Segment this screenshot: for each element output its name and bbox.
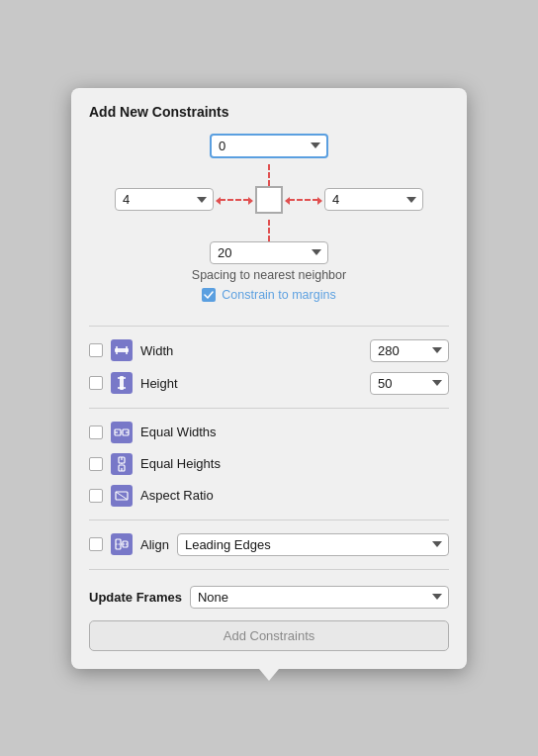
bottom-spacing-select[interactable]: 2004816 xyxy=(210,241,328,264)
aspect-ratio-icon xyxy=(111,485,133,507)
equal-widths-icon xyxy=(111,422,133,443)
right-spacing-select[interactable]: 4081620 xyxy=(324,188,423,211)
aspect-ratio-row: Aspect Ratio xyxy=(89,480,449,512)
align-checkbox[interactable] xyxy=(89,537,103,551)
divider-3 xyxy=(89,520,449,520)
constrain-margins-label: Constrain to margins xyxy=(222,288,335,302)
spacing-label: Spacing to nearest neighbor xyxy=(192,268,346,282)
height-label: Height xyxy=(140,376,362,391)
top-spacing-select[interactable]: 0481620 xyxy=(210,134,328,158)
height-icon xyxy=(111,372,133,394)
update-frames-label: Update Frames xyxy=(89,590,182,605)
aspect-ratio-label: Aspect Ratio xyxy=(140,488,449,503)
add-constraints-button[interactable]: Add Constraints xyxy=(89,620,449,651)
middle-row: 4081620 4081620 xyxy=(115,186,423,214)
panel-title: Add New Constraints xyxy=(89,104,449,120)
dash-line-right xyxy=(289,199,318,201)
equal-widths-row: Equal Widths xyxy=(89,417,449,448)
align-row: Align Leading Edges Trailing Edges Top E… xyxy=(89,528,449,561)
height-value-select[interactable]: 50406080 xyxy=(370,372,449,395)
width-value-select[interactable]: 280200320 xyxy=(370,339,449,362)
divider-1 xyxy=(89,326,449,327)
left-spacing-select[interactable]: 4081620 xyxy=(115,188,214,211)
equal-heights-icon xyxy=(111,453,133,475)
aspect-ratio-checkbox[interactable] xyxy=(89,489,103,503)
divider-2 xyxy=(89,408,449,409)
height-row: Height 50406080 xyxy=(89,367,449,400)
equal-heights-checkbox[interactable] xyxy=(89,457,103,471)
svg-line-17 xyxy=(116,492,128,500)
dash-line-left xyxy=(220,199,249,201)
equal-heights-label: Equal Heights xyxy=(140,456,449,471)
equal-widths-checkbox[interactable] xyxy=(89,425,103,439)
top-input-row: 0481620 xyxy=(210,134,328,158)
align-label: Align xyxy=(140,537,169,552)
update-frames-select[interactable]: None Items of New Constraints All Frames… xyxy=(190,586,449,609)
equal-widths-label: Equal Widths xyxy=(140,425,449,439)
bottom-input-row: 2004816 xyxy=(210,241,328,264)
width-row: Width 280200320 xyxy=(89,334,449,367)
equal-heights-row: Equal Heights xyxy=(89,448,449,480)
constrain-margins-row: Constrain to margins xyxy=(202,288,335,302)
constrain-margins-checkbox[interactable] xyxy=(202,288,216,302)
divider-4 xyxy=(89,569,449,570)
dash-line-bottom xyxy=(268,220,270,241)
align-icon xyxy=(111,533,133,555)
dash-line-top xyxy=(268,164,270,186)
constraint-diagram: 0481620 4081620 4081620 2004816 Spaci xyxy=(89,134,449,316)
add-constraints-panel: Add New Constraints 0481620 4081620 4081… xyxy=(71,88,467,669)
width-label: Width xyxy=(140,343,362,358)
update-frames-row: Update Frames None Items of New Constrai… xyxy=(89,578,449,614)
center-box xyxy=(255,186,283,214)
align-select[interactable]: Leading Edges Trailing Edges Top Edges B… xyxy=(177,533,449,556)
height-checkbox[interactable] xyxy=(89,376,103,390)
width-checkbox[interactable] xyxy=(89,343,103,357)
width-icon xyxy=(111,339,133,361)
